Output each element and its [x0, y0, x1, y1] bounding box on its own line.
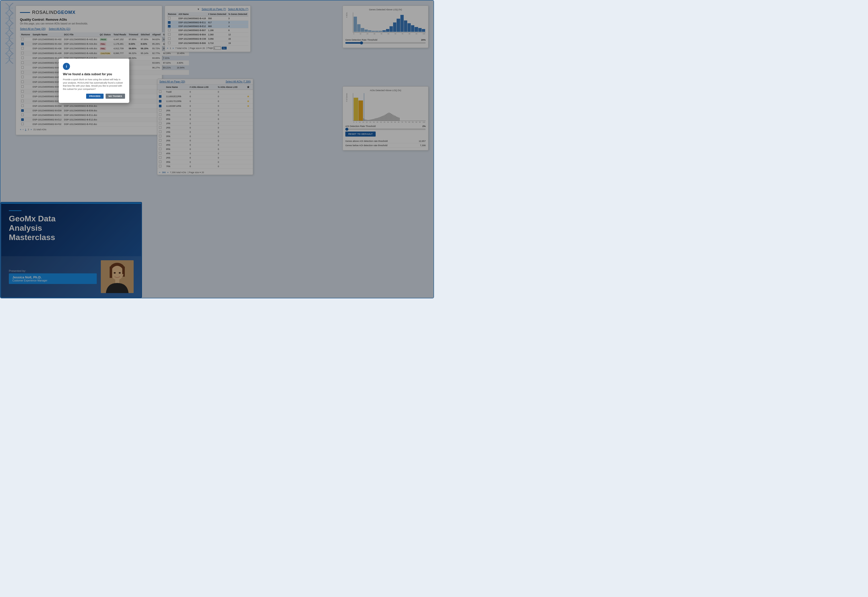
modal-body: Provide a quick blurb on how using the s…: [63, 78, 125, 91]
modal-dialog: i We've found a data subset for you Prov…: [59, 59, 130, 103]
modal-overlay[interactable]: [0, 0, 433, 298]
modal-info-icon: i: [63, 63, 70, 70]
proceed-button[interactable]: PROCEED: [86, 94, 104, 99]
modal-title: We've found a data subset for you: [63, 73, 125, 76]
no-thanks-button[interactable]: NO THANKS: [106, 94, 125, 99]
modal-buttons: PROCEED NO THANKS: [63, 94, 125, 99]
main-wrapper: ROSALINDGEOMX Quality Control: Remove AO…: [0, 0, 434, 298]
